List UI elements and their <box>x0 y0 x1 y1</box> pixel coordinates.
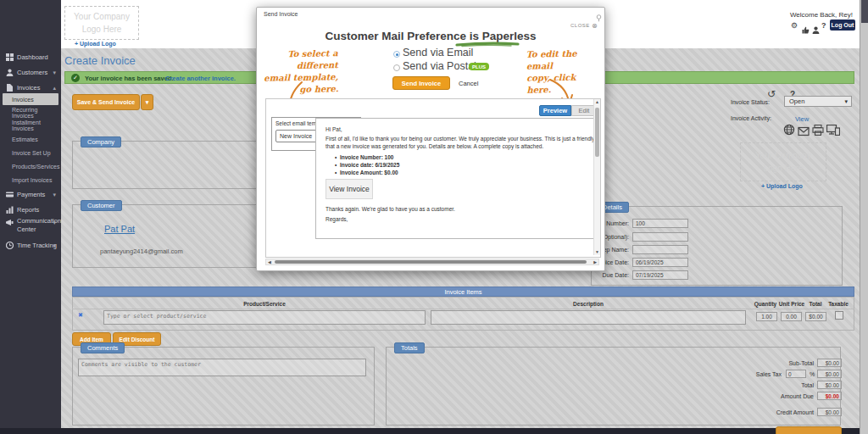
thumbs-up-icon[interactable] <box>802 22 810 37</box>
quantity-input[interactable] <box>756 312 777 321</box>
reports-icon <box>6 206 14 214</box>
send-via-postal-label[interactable]: Send via Postal <box>403 60 476 72</box>
gear-icon[interactable]: ⚙ <box>791 21 798 30</box>
sidebar-item-label: Invoices <box>17 84 41 92</box>
sidebar-subitem-installment-invoices[interactable]: Installment Invoices <box>3 120 58 131</box>
sidebar-subitem-import-invoices[interactable]: Import Invoices <box>3 174 58 186</box>
modal-horizontal-scrollbar[interactable]: ◀ ▶ <box>265 259 599 265</box>
sales-rep-field[interactable] <box>632 245 688 254</box>
upload-logo-link[interactable]: + Upload Logo <box>75 41 116 47</box>
sidebar-item-dashboard[interactable]: Dashboard <box>0 51 61 64</box>
chevron-down-icon: ▾ <box>53 220 56 226</box>
subitem-label: Products/Services <box>12 164 59 170</box>
sidebar-item-communication-center[interactable]: Communication Center ▾ <box>0 215 61 234</box>
template-select-value: New Invoice <box>280 133 312 139</box>
scroll-down-icon[interactable]: ▼ <box>595 250 599 254</box>
email-icon[interactable] <box>798 125 810 140</box>
send-via-email-radio[interactable] <box>393 51 400 58</box>
comments-section-tag: Comments <box>81 342 125 353</box>
bottom-strip <box>0 428 868 434</box>
sidebar-item-reports[interactable]: Reports <box>0 203 61 216</box>
sales-tax-label: Sales Tax <box>678 371 782 377</box>
editor-vertical-thumb[interactable] <box>595 108 599 157</box>
scroll-up-icon[interactable]: ▲ <box>595 100 599 104</box>
sidebar-item-invoices[interactable]: Invoices ▴ <box>0 81 61 94</box>
page-scrollbar-thumb[interactable] <box>861 0 868 23</box>
bottom-save-send-button[interactable] <box>776 426 842 434</box>
create-another-invoice-link[interactable]: Create another invoice. <box>165 75 236 82</box>
preview-tab[interactable]: Preview <box>539 105 571 116</box>
sales-tax-rate-input[interactable] <box>786 370 806 378</box>
plus-badge: PLUS <box>469 63 489 70</box>
email-body-line2: that a new invoice was generated for you… <box>326 143 543 149</box>
send-via-email-label[interactable]: Send via Email <box>403 47 473 58</box>
customer-name-link[interactable]: Pat Pat <box>104 224 135 234</box>
save-send-invoice-button[interactable]: Save & Send Invoice <box>72 94 140 110</box>
invoice-status-select[interactable]: Open ▾ <box>784 96 852 107</box>
sub-total-value: $0.00 <box>817 359 842 367</box>
scroll-left-icon[interactable]: ◀ <box>268 260 271 264</box>
invoice-status-value: Open <box>789 97 804 105</box>
modal-send-invoice-button[interactable]: Send Invoice <box>392 76 450 90</box>
description-input[interactable] <box>431 310 746 325</box>
logout-button[interactable]: Log Out <box>830 19 855 31</box>
page-scrollbar[interactable] <box>860 0 868 434</box>
sidebar-subitem-products-services[interactable]: Products/Services <box>3 160 58 172</box>
due-date-field[interactable] <box>632 270 688 280</box>
sidebar-subitem-invoice-set-up[interactable]: Invoice Set Up <box>3 147 58 159</box>
sidebar-item-label: Time Tracking <box>17 242 57 249</box>
user-icon[interactable] <box>812 22 820 37</box>
due-date-label: Due Date: <box>475 272 629 278</box>
modal-horizontal-thumb[interactable] <box>275 260 587 264</box>
invoice-number-field[interactable] <box>632 219 688 228</box>
editor-vertical-scrollbar[interactable]: ▲ ▼ <box>593 99 600 255</box>
remove-row-icon[interactable]: ✖ <box>78 312 83 319</box>
comments-input[interactable] <box>78 359 366 376</box>
percent-sign: % <box>810 371 815 377</box>
line-total-field[interactable] <box>805 312 826 321</box>
sidebar-subitem-recurring-invoices[interactable]: Recurring Invoices <box>3 107 58 119</box>
total-value: $0.00 <box>817 381 842 389</box>
page-title: Create Invoice <box>64 54 136 67</box>
view-invoice-button[interactable]: View Invoice <box>326 179 373 199</box>
modal-heading: Customer Mail Preference is Paperless <box>257 30 604 42</box>
upload-logo-link-right[interactable]: + Upload Logo <box>761 183 803 189</box>
send-via-postal-radio[interactable] <box>393 64 400 71</box>
time-tracking-icon <box>6 242 14 249</box>
sidebar-item-payments[interactable]: Payments ▾ <box>0 188 61 201</box>
sidebar-item-time-tracking[interactable]: Time Tracking ▾ <box>0 239 61 252</box>
column-total: Total <box>804 301 827 307</box>
po-number-field[interactable] <box>632 232 688 242</box>
globe-icon[interactable] <box>783 124 795 139</box>
check-icon: ✓ <box>71 74 80 82</box>
cancel-link[interactable]: Cancel <box>459 80 478 87</box>
undo-icon[interactable]: ↺ <box>767 88 776 100</box>
invoice-items-header-bar: Invoice Items <box>72 287 854 297</box>
invoice-activity-view-link[interactable]: View <box>795 115 809 123</box>
unit-price-input[interactable] <box>781 312 802 321</box>
chevron-down-icon: ▾ <box>53 242 56 249</box>
email-bullet-3: • Invoice Amount: $0.00 <box>335 170 398 175</box>
save-send-dropdown-button[interactable]: ▾ <box>141 94 153 110</box>
taxable-checkbox[interactable] <box>835 311 843 320</box>
devices-icon[interactable] <box>826 124 840 139</box>
scroll-right-icon[interactable]: ▶ <box>593 260 597 264</box>
help-icon[interactable]: ? <box>821 21 826 30</box>
sidebar-item-customers[interactable]: Customers ▾ <box>0 66 61 79</box>
invoice-status-label: Invoice Status: <box>731 99 770 105</box>
sidebar-item-label: Communication Center <box>17 217 49 234</box>
sidebar-subitem-estimates[interactable]: Estimates <box>3 133 58 145</box>
print-icon[interactable] <box>812 124 824 139</box>
invoice-date-field[interactable] <box>632 258 688 267</box>
email-preview: Hi Pat, First of all, I'd like to thank … <box>315 118 595 239</box>
close-label: CLOSE <box>570 23 590 28</box>
column-product-service: Product/Service <box>103 301 426 307</box>
sidebar-subitem-invoices[interactable]: Invoices <box>3 93 58 105</box>
close-button[interactable]: CLOSE ⊗ <box>570 22 598 30</box>
email-body-line1: First of all, I'd like to thank you for … <box>326 136 595 142</box>
invoice-activity-label: Invoice Activity: <box>731 115 771 121</box>
email-regards: Regards, <box>326 216 348 222</box>
product-service-input[interactable] <box>103 310 426 325</box>
subitem-label: Invoice Set Up <box>12 150 51 156</box>
subitem-label: Estimates <box>12 136 38 142</box>
